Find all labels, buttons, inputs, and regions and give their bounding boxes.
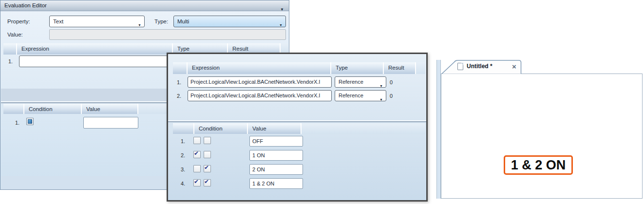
row-number: 4. [181,181,185,186]
row-number-column-header [3,43,17,55]
result-column-header[interactable]: Result [384,62,416,74]
result-value: 0 [390,93,393,99]
display-value-box[interactable]: 1 & 2 ON [504,155,573,175]
condition-value-input[interactable]: 1 & 2 ON [249,178,303,189]
condition-checkbox-2[interactable]: ✔ [204,165,211,172]
condition-value-input[interactable]: OFF [249,136,303,147]
type-dropdown-value: Reference [339,93,363,98]
type-dropdown[interactable]: Reference ▼ [335,76,386,88]
check-icon: ✔ [204,178,209,185]
row-number: 3. [181,167,185,172]
row-number: 2. [181,152,185,158]
document-icon [457,63,463,70]
property-dropdown[interactable]: Text ▼ [49,16,145,27]
splitter-divider[interactable] [168,120,426,122]
panel-title: Evaluation Editor [4,2,47,8]
expression-column-header[interactable]: Expression [17,43,173,55]
condition-checkbox-1[interactable]: ✔ [193,179,201,186]
result-value: 0 [390,79,393,85]
condition-checkbox-2[interactable]: ✔ [204,137,211,144]
canvas-content-area[interactable] [441,74,643,199]
condition-checkbox-2[interactable]: ✔ [204,151,211,158]
row-number: 1. [8,58,13,64]
type-dropdown-value: Multi [177,19,189,24]
condition-value-input[interactable]: 1 ON [249,150,303,161]
type-dropdown[interactable]: Reference ▼ [335,90,386,101]
type-column-header[interactable]: Type [331,62,384,74]
row-number: 1. [15,120,19,126]
tab-untitled[interactable]: Untitled * × [441,60,526,74]
document-canvas-panel: Untitled * × 1 & 2 ON [441,60,643,199]
indeterminate-fill [28,119,32,124]
row-number-column-header [173,62,188,74]
type-dropdown-value: Reference [339,79,363,85]
property-dropdown-value: Text [53,19,63,24]
header-filler [416,62,425,74]
condition-checkbox-1[interactable]: ✔ [193,151,201,158]
panel-splitter[interactable] [436,60,441,199]
condition-column-header[interactable]: Condition [24,104,82,114]
expression-input[interactable]: Project.LogicalView:Logical.BACnetNetwor… [188,76,332,88]
tab-close-icon[interactable]: × [512,62,516,71]
expression-column-header[interactable]: Expression [188,62,331,74]
condition-value-input[interactable]: 2 ON [249,164,303,175]
condition-grid-header: Condition Value [173,123,425,134]
expression-input[interactable]: Project.LogicalView:Logical.BACnetNetwor… [188,90,332,101]
check-icon: ✔ [204,164,209,171]
condition-checkbox-1[interactable]: ✔ [193,165,201,172]
evaluation-editor-titlebar[interactable]: Evaluation Editor ▼ [0,0,289,11]
value-input[interactable] [49,29,286,40]
row-number: 1. [177,79,181,85]
condition-checkbox-1[interactable]: ✔ [193,137,201,144]
row-number-column-header [3,104,24,114]
expression-input[interactable] [19,56,171,67]
header-filler [302,123,425,134]
property-label: Property: [7,19,30,24]
type-dropdown[interactable]: Multi ▼ [173,16,286,27]
chevron-down-icon: ▼ [279,20,283,27]
screenshot-stage: Evaluation Editor ▼ Property: Text ▼ Typ… [0,0,644,204]
tab-label: Untitled * [467,63,492,70]
condition-column-header[interactable]: Condition [194,123,248,134]
panel-menu-arrow-icon[interactable]: ▼ [280,4,284,15]
condition-value-input[interactable] [83,117,138,129]
chevron-down-icon: ▼ [379,81,383,88]
type-label: Type: [154,19,168,24]
chevron-down-icon: ▼ [379,94,383,101]
value-label: Value: [7,32,23,37]
condition-checkbox-2[interactable]: ✔ [204,179,211,186]
check-icon: ✔ [194,150,199,157]
expression-grid-header: Expression Type Result [173,62,425,74]
check-icon: ✔ [194,178,199,185]
evaluation-editor-overlay: Expression Type Result 1. Project.Logica… [167,53,428,202]
value-column-header[interactable]: Value [82,104,138,114]
row-number: 2. [177,93,181,99]
value-column-header[interactable]: Value [248,123,302,134]
condition-checkbox[interactable] [26,118,34,125]
chevron-down-icon: ▼ [138,20,141,27]
row-number-column-header [173,123,194,134]
row-number: 1. [181,138,185,144]
